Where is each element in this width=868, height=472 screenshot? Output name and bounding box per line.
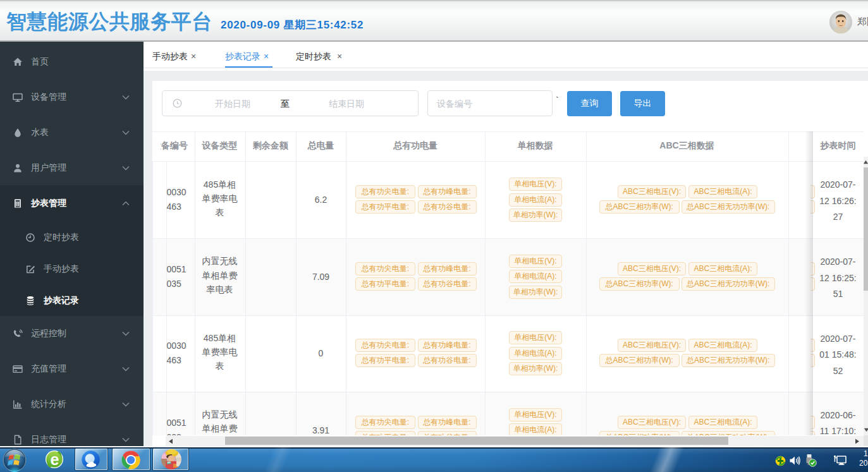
svg-text:e: e xyxy=(51,451,59,468)
